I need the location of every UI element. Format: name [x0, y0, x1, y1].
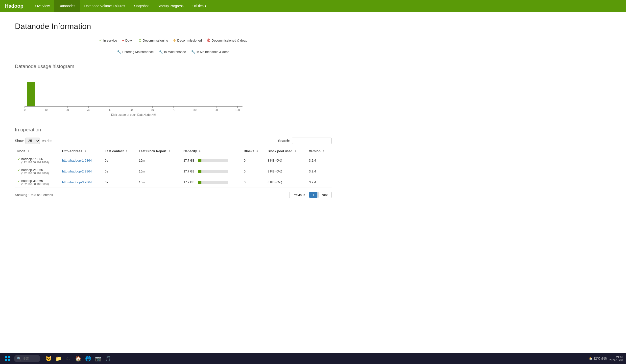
nav-items: Overview Datanodes Datanode Volume Failu…: [31, 0, 211, 12]
decommissioned-icon: ⊘: [173, 38, 176, 42]
col-pool-used[interactable]: Block pool used ⇕: [265, 147, 306, 155]
legend: ✓ In service ● Down ⊘ Decommissioning ⊘ …: [15, 38, 332, 42]
nav-utilities[interactable]: Utilities ▾: [188, 0, 211, 12]
pagination-controls: Previous 1 Next: [289, 192, 332, 198]
main-content: Datanode Information ✓ In service ● Down…: [0, 12, 346, 208]
table-row: ✓ hadoop-2:9866 (192.168.88.102:9866) ht…: [15, 166, 332, 177]
show-entries-label: Show: [15, 139, 24, 143]
node-ip-0: (192.168.88.101:9866): [21, 161, 49, 164]
node-ip-1: (192.168.88.102:9866): [21, 172, 49, 175]
col-http[interactable]: Http Address ⇕: [60, 147, 102, 155]
page-title: Datanode Information: [15, 22, 332, 31]
node-status-icon-2: ✓: [17, 179, 20, 183]
in-maintenance-dead-icon: 🔧: [191, 50, 195, 54]
nav-overview[interactable]: Overview: [31, 0, 54, 12]
show-entries: Show 25 50 100 entries: [15, 138, 52, 144]
capacity-bar-bg-2: [198, 181, 228, 184]
cell-http-0: http://hadoop-1:9864: [60, 155, 102, 166]
cell-pool-0: 8 KB (0%): [265, 155, 306, 166]
search-input[interactable]: [292, 138, 332, 144]
sort-icon-block: ⇕: [168, 150, 170, 153]
cell-block-report-0: 15m: [136, 155, 181, 166]
table-row: ✓ hadoop-1:9866 (192.168.88.101:9866) ht…: [15, 155, 332, 166]
http-link-2[interactable]: http://hadoop-3:9864: [62, 180, 92, 184]
svg-text:100: 100: [235, 108, 240, 111]
capacity-value-2: 17.7 GB: [184, 181, 196, 184]
node-name-0: hadoop-1:9866: [21, 157, 49, 161]
cell-blocks-2: 0: [241, 177, 265, 188]
legend-row2: 🔧 Entering Maintenance 🔧 In Maintenance …: [15, 50, 332, 54]
cell-blocks-1: 0: [241, 166, 265, 177]
operation-section: In operation Show 25 50 100 entries Sear…: [15, 127, 332, 198]
legend-in-maintenance: 🔧 In Maintenance: [158, 50, 186, 54]
down-icon: ●: [122, 38, 124, 42]
search-label: Search:: [278, 139, 290, 143]
chevron-down-icon: ▾: [205, 4, 206, 8]
legend-decommissioned-dead: ⏻ Decommissioned & dead: [207, 38, 247, 42]
show-entries-select[interactable]: 25 50 100: [26, 138, 40, 144]
pagination: Showing 1 to 3 of 3 entries Previous 1 N…: [15, 192, 332, 198]
http-link-1[interactable]: http://hadoop-2:9864: [62, 169, 92, 173]
navbar: Hadoop Overview Datanodes Datanode Volum…: [0, 0, 626, 12]
col-blocks[interactable]: Blocks ⇕: [241, 147, 265, 155]
legend-decommissioned-label: Decommissioned: [177, 39, 202, 42]
svg-text:20: 20: [66, 108, 69, 111]
capacity-value-0: 17.7 GB: [184, 159, 196, 162]
sort-icon-node: ⇕: [27, 150, 29, 153]
nav-snapshot[interactable]: Snapshot: [130, 0, 153, 12]
nav-datanode-volume[interactable]: Datanode Volume Failures: [80, 0, 130, 12]
legend-decommissioned-dead-label: Decommissioned & dead: [212, 39, 247, 42]
pagination-info: Showing 1 to 3 of 3 entries: [15, 193, 53, 197]
legend-entering-maintenance: 🔧 Entering Maintenance: [117, 50, 154, 54]
svg-text:40: 40: [108, 108, 111, 111]
histogram-chart: 3 0 10 20 30 40 50 60 70 80 90 100 Disk …: [20, 74, 247, 116]
search-box: Search:: [278, 138, 332, 144]
decommissioning-icon: ⊘: [139, 38, 142, 42]
histogram-bar: [27, 82, 35, 106]
decommissioned-dead-icon: ⏻: [207, 38, 210, 42]
legend-in-service-label: In service: [103, 39, 117, 42]
table-row: ✓ hadoop-3:9866 (192.168.88.103:9866) ht…: [15, 177, 332, 188]
svg-text:60: 60: [151, 108, 154, 111]
legend-decommissioned: ⊘ Decommissioned: [173, 38, 202, 42]
nav-startup-progress[interactable]: Startup Progress: [153, 0, 188, 12]
cell-version-1: 3.2.4: [306, 166, 332, 177]
legend-in-maintenance-label: In Maintenance: [164, 50, 186, 54]
svg-text:50: 50: [130, 108, 133, 111]
cell-blocks-0: 0: [241, 155, 265, 166]
datanodes-table: Node ⇕ Http Address ⇕ Last contact ⇕ Las…: [15, 147, 332, 188]
brand-logo: Hadoop: [5, 3, 23, 9]
sort-icon-blocks: ⇕: [256, 150, 258, 153]
col-last-block[interactable]: Last Block Report ⇕: [136, 147, 181, 155]
svg-text:70: 70: [172, 108, 175, 111]
table-controls: Show 25 50 100 entries Search:: [15, 138, 332, 144]
sort-icon-http: ⇕: [84, 150, 86, 153]
node-status-icon-0: ✓: [17, 157, 20, 161]
capacity-bar-fill-0: [198, 159, 201, 162]
cell-contact-1: 0s: [102, 166, 136, 177]
cell-pool-1: 8 KB (0%): [265, 166, 306, 177]
col-last-contact[interactable]: Last contact ⇕: [102, 147, 136, 155]
checkmark-icon: ✓: [99, 38, 102, 42]
operation-title: In operation: [15, 127, 332, 133]
col-version[interactable]: Version ⇕: [306, 147, 332, 155]
prev-button[interactable]: Previous: [289, 192, 308, 198]
cell-node-1: ✓ hadoop-2:9866 (192.168.88.102:9866): [15, 166, 60, 177]
sort-icon-version: ⇕: [322, 150, 324, 153]
node-name-1: hadoop-2:9866: [21, 168, 49, 172]
nav-datanodes[interactable]: Datanodes: [54, 0, 80, 12]
cell-node-0: ✓ hadoop-1:9866 (192.168.88.101:9866): [15, 155, 60, 166]
col-capacity[interactable]: Capacity ⇕: [181, 147, 241, 155]
legend-in-service: ✓ In service: [99, 38, 117, 42]
next-button[interactable]: Next: [318, 192, 332, 198]
svg-text:30: 30: [87, 108, 90, 111]
page-1-button[interactable]: 1: [309, 192, 317, 198]
legend-down-label: Down: [125, 39, 134, 42]
col-node[interactable]: Node ⇕: [15, 147, 60, 155]
cell-node-2: ✓ hadoop-3:9866 (192.168.88.103:9866): [15, 177, 60, 188]
http-link-0[interactable]: http://hadoop-1:9864: [62, 159, 92, 162]
bar-value-label: 3: [31, 78, 32, 81]
in-maintenance-icon: 🔧: [158, 50, 163, 54]
entering-maintenance-icon: 🔧: [117, 50, 121, 54]
cell-capacity-1: 17.7 GB: [181, 166, 241, 177]
